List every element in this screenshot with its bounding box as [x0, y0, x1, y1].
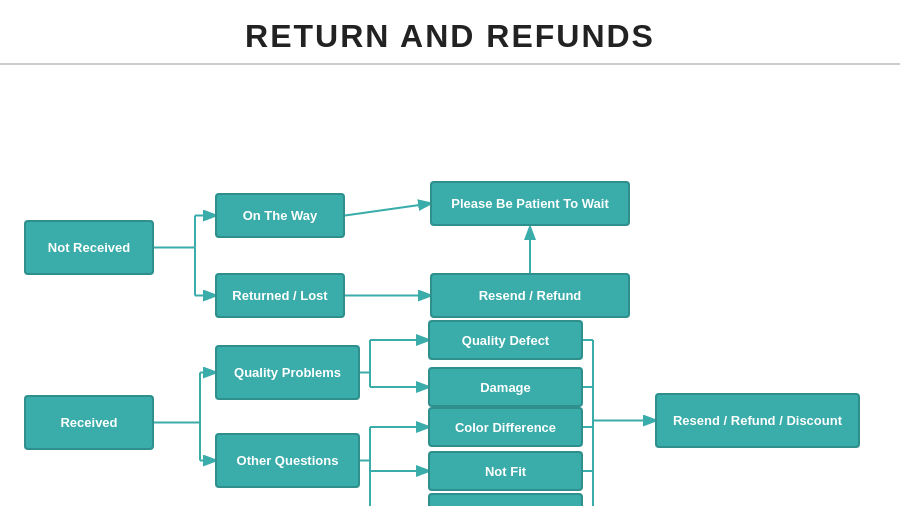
- header: RETURN AND REFUNDS: [0, 0, 900, 65]
- not_fit-box: Not Fit: [428, 451, 583, 491]
- damage-box: Damage: [428, 367, 583, 407]
- received-box: Received: [24, 395, 154, 450]
- wrong_delivery-box: Wrong Delivery: [428, 493, 583, 506]
- page-title: RETURN AND REFUNDS: [0, 18, 900, 55]
- page: RETURN AND REFUNDS Not ReceivedOn The Wa…: [0, 0, 900, 506]
- color_difference-box: Color Difference: [428, 407, 583, 447]
- not_received-box: Not Received: [24, 220, 154, 275]
- quality_problems-box: Quality Problems: [215, 345, 360, 400]
- quality_defect-box: Quality Defect: [428, 320, 583, 360]
- resend_refund_discount-box: Resend / Refund / Discount: [655, 393, 860, 448]
- on_the_way-box: On The Way: [215, 193, 345, 238]
- returned_lost-box: Returned / Lost: [215, 273, 345, 318]
- please_wait-box: Please Be Patient To Wait: [430, 181, 630, 226]
- other_questions-box: Other Questions: [215, 433, 360, 488]
- resend_refund-box: Resend / Refund: [430, 273, 630, 318]
- diagram: Not ReceivedOn The WayReturned / LostPle…: [0, 65, 900, 506]
